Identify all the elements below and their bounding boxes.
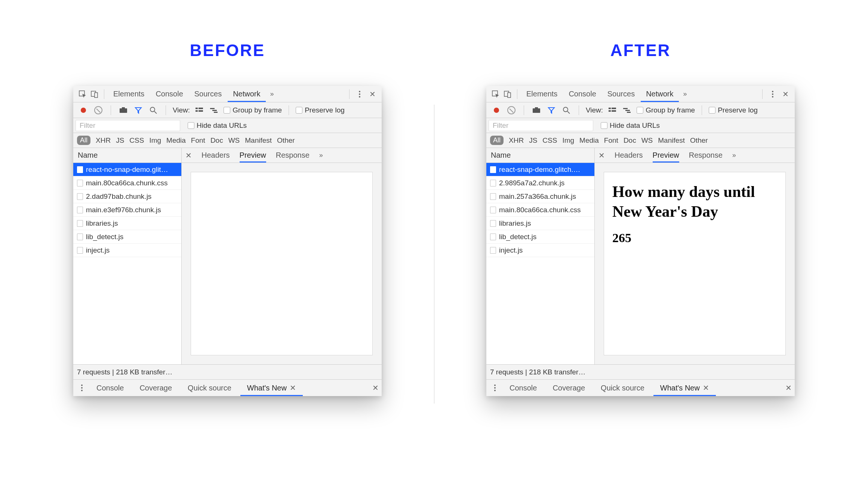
close-devtools-icon[interactable]: ✕	[780, 89, 791, 100]
record-icon[interactable]	[491, 105, 502, 116]
close-drawer-icon[interactable]: ✕	[372, 383, 379, 392]
drawer-quick-source[interactable]: Quick source	[181, 380, 238, 396]
drawer-menu-icon[interactable]	[76, 382, 87, 393]
filter-input[interactable]: Filter	[76, 120, 180, 131]
tab-headers[interactable]: Headers	[615, 151, 643, 160]
close-whats-new-icon[interactable]: ✕	[290, 383, 296, 392]
tab-headers[interactable]: Headers	[201, 151, 230, 160]
request-row[interactable]: main.80ca66ca.chunk.css	[73, 176, 181, 190]
drawer-console[interactable]: Console	[90, 380, 130, 396]
tab-preview[interactable]: Preview	[240, 148, 266, 163]
chip-media[interactable]: Media	[579, 136, 599, 145]
tab-sources[interactable]: Sources	[602, 86, 640, 102]
tab-console[interactable]: Console	[150, 86, 188, 102]
record-icon[interactable]	[78, 105, 89, 116]
drawer-quick-source[interactable]: Quick source	[594, 380, 651, 396]
chip-manifest[interactable]: Manifest	[658, 136, 685, 145]
request-row[interactable]: 2.9895a7a2.chunk.js	[486, 176, 594, 190]
settings-kebab-icon[interactable]	[354, 89, 365, 100]
tab-elements[interactable]: Elements	[108, 86, 150, 102]
more-detail-tabs-icon[interactable]: »	[732, 151, 736, 159]
screenshot-icon[interactable]	[118, 105, 129, 116]
drawer-whats-new[interactable]: What's New✕	[653, 380, 716, 396]
device-toggle-icon[interactable]	[89, 89, 100, 100]
tab-response[interactable]: Response	[689, 151, 723, 160]
drawer-menu-icon[interactable]	[489, 382, 501, 393]
request-row[interactable]: inject.js	[486, 244, 594, 257]
chip-js[interactable]: JS	[116, 136, 124, 145]
clear-icon[interactable]	[93, 105, 104, 116]
preserve-log-checkbox[interactable]: Preserve log	[296, 106, 345, 114]
filter-icon[interactable]	[546, 105, 557, 116]
request-row[interactable]: main.e3ef976b.chunk.js	[73, 203, 181, 217]
tab-sources[interactable]: Sources	[189, 86, 227, 102]
waterfall-icon[interactable]	[622, 105, 633, 116]
large-rows-icon[interactable]	[607, 105, 618, 116]
request-row[interactable]: main.80ca66ca.chunk.css	[486, 203, 594, 217]
inspect-icon[interactable]	[77, 89, 88, 100]
chip-css[interactable]: CSS	[542, 136, 557, 145]
chip-img[interactable]: Img	[562, 136, 574, 145]
tab-preview[interactable]: Preview	[653, 148, 679, 163]
filter-input[interactable]: Filter	[489, 120, 593, 131]
close-detail-icon[interactable]: ✕	[185, 151, 192, 160]
hide-data-urls-checkbox[interactable]: Hide data URLs	[601, 121, 660, 130]
request-row[interactable]: lib_detect.js	[73, 230, 181, 244]
large-rows-icon[interactable]	[194, 105, 205, 116]
more-detail-tabs-icon[interactable]: »	[319, 151, 323, 159]
more-tabs-icon[interactable]: »	[680, 89, 691, 100]
request-row[interactable]: react-snap-demo.glitch.…	[486, 163, 594, 176]
chip-img[interactable]: Img	[149, 136, 161, 145]
chip-ws[interactable]: WS	[228, 136, 240, 145]
drawer-coverage[interactable]: Coverage	[546, 380, 592, 396]
request-row[interactable]: inject.js	[73, 244, 181, 257]
search-icon[interactable]	[561, 105, 572, 116]
waterfall-icon[interactable]	[209, 105, 220, 116]
group-by-frame-checkbox[interactable]: Group by frame	[224, 106, 282, 114]
chip-other[interactable]: Other	[690, 136, 708, 145]
chip-font[interactable]: Font	[604, 136, 618, 145]
chip-all[interactable]: All	[490, 136, 504, 145]
tab-network[interactable]: Network	[641, 86, 678, 102]
chip-css[interactable]: CSS	[129, 136, 144, 145]
more-tabs-icon[interactable]: »	[267, 89, 278, 100]
close-devtools-icon[interactable]: ✕	[367, 89, 378, 100]
chip-doc[interactable]: Doc	[210, 136, 223, 145]
chip-ws[interactable]: WS	[641, 136, 653, 145]
filter-icon[interactable]	[133, 105, 144, 116]
chip-media[interactable]: Media	[166, 136, 186, 145]
settings-kebab-icon[interactable]	[767, 89, 778, 100]
chip-other[interactable]: Other	[277, 136, 295, 145]
request-row[interactable]: libraries.js	[486, 217, 594, 230]
tab-console[interactable]: Console	[563, 86, 601, 102]
close-whats-new-icon[interactable]: ✕	[703, 383, 709, 392]
close-detail-icon[interactable]: ✕	[598, 151, 605, 160]
tab-network[interactable]: Network	[228, 86, 265, 102]
group-by-frame-checkbox[interactable]: Group by frame	[637, 106, 695, 114]
chip-xhr[interactable]: XHR	[509, 136, 524, 145]
tab-elements[interactable]: Elements	[521, 86, 563, 102]
request-row[interactable]: libraries.js	[73, 217, 181, 230]
inspect-icon[interactable]	[490, 89, 501, 100]
hide-data-urls-checkbox[interactable]: Hide data URLs	[188, 121, 247, 130]
chip-js[interactable]: JS	[529, 136, 537, 145]
chip-all[interactable]: All	[77, 136, 90, 145]
preserve-log-checkbox[interactable]: Preserve log	[709, 106, 758, 114]
drawer-console[interactable]: Console	[503, 380, 544, 396]
request-row[interactable]: lib_detect.js	[486, 230, 594, 244]
chip-doc[interactable]: Doc	[624, 136, 636, 145]
chip-xhr[interactable]: XHR	[96, 136, 111, 145]
drawer-coverage[interactable]: Coverage	[133, 380, 179, 396]
search-icon[interactable]	[148, 105, 159, 116]
request-row[interactable]: main.257a366a.chunk.js	[486, 190, 594, 203]
chip-font[interactable]: Font	[191, 136, 205, 145]
tab-response[interactable]: Response	[276, 151, 310, 160]
request-row[interactable]: react-no-snap-demo.glit…	[73, 163, 181, 176]
drawer-whats-new[interactable]: What's New✕	[240, 380, 303, 396]
device-toggle-icon[interactable]	[502, 89, 513, 100]
close-drawer-icon[interactable]: ✕	[785, 383, 792, 392]
clear-icon[interactable]	[506, 105, 517, 116]
screenshot-icon[interactable]	[531, 105, 542, 116]
request-row[interactable]: 2.dad97bab.chunk.js	[73, 190, 181, 203]
chip-manifest[interactable]: Manifest	[245, 136, 272, 145]
